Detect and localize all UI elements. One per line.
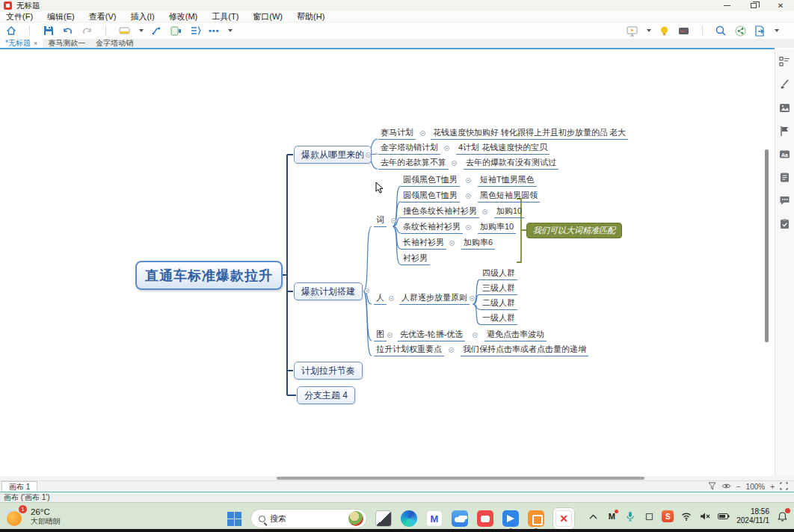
zoom-in-button[interactable]: +	[770, 483, 775, 491]
tray-sogou-icon[interactable]: S	[662, 510, 674, 522]
outline-brace-icon[interactable]	[189, 25, 202, 37]
taskbar-orange-app[interactable]	[527, 510, 545, 528]
tray-m-app[interactable]: M	[606, 510, 618, 522]
slideshow-icon[interactable]	[677, 25, 690, 37]
tab-close-icon[interactable]: ×	[34, 40, 37, 47]
vertical-scrollbar[interactable]	[765, 149, 769, 342]
collapse-dot[interactable]	[364, 288, 369, 294]
presentation-icon[interactable]	[626, 25, 638, 37]
notification-bell[interactable]	[776, 510, 788, 522]
collapse-dot[interactable]	[466, 194, 471, 199]
tray-snip-icon[interactable]	[643, 510, 655, 522]
menu-file[interactable]: 文件(F)	[6, 11, 33, 22]
collapse-dot[interactable]	[366, 152, 371, 158]
comment-icon[interactable]	[779, 194, 791, 206]
close-button[interactable]: ✕	[767, 0, 794, 11]
menu-tools[interactable]: 工具(T)	[212, 11, 238, 22]
collapse-dot[interactable]	[449, 347, 454, 353]
collapse-dot[interactable]	[473, 332, 478, 338]
tray-battery-icon[interactable]	[718, 510, 730, 522]
more-caret-icon[interactable]	[228, 29, 233, 32]
collapse-dot[interactable]	[391, 218, 396, 223]
callout-big-word-match[interactable]: 我们可以大词精准匹配	[526, 223, 622, 238]
menu-edit[interactable]: 编辑(E)	[47, 11, 75, 22]
doc-tab-untitled[interactable]: *无标题 ×	[0, 39, 43, 48]
node-shirt-5[interactable]: 长袖衬衫男	[401, 238, 446, 250]
collapse-dot[interactable]	[389, 296, 394, 301]
menu-modify[interactable]: 修改(M)	[169, 11, 198, 22]
idea-bulb-icon[interactable]	[658, 25, 671, 37]
node-last-year-tested[interactable]: 去年的爆款有没有测试过	[464, 158, 558, 170]
node-saima-plan[interactable]: 赛马计划	[378, 128, 416, 140]
node-shirt-4[interactable]: 条纹长袖衬衫男	[401, 222, 463, 234]
relationship-icon[interactable]	[150, 25, 163, 37]
overview-eye-icon[interactable]	[721, 483, 731, 491]
tray-wifi-icon[interactable]	[680, 510, 692, 522]
node-tshirt-1[interactable]: 圆领黑色T恤男	[401, 175, 460, 187]
font-icon[interactable]: Aa	[779, 148, 791, 160]
minimize-button[interactable]	[713, 0, 740, 11]
node-weight-points[interactable]: 拉升计划权重要点	[374, 344, 444, 356]
topic-branch-4[interactable]: 分支主题 4	[297, 386, 355, 404]
node-picture[interactable]: 图	[374, 330, 387, 341]
collapse-dot[interactable]	[600, 131, 605, 136]
node-people-principle[interactable]: 人群逐步放量原则	[399, 293, 470, 305]
search-highlight-avatar[interactable]	[348, 511, 363, 526]
node-laoda[interactable]: 老大	[607, 128, 628, 140]
node-people[interactable]: 人	[374, 293, 387, 305]
collapse-dot[interactable]	[466, 178, 471, 183]
share-icon[interactable]	[734, 25, 747, 37]
taskbar-file-explorer[interactable]	[375, 510, 393, 528]
fit-window-icon[interactable]	[780, 482, 788, 492]
flag-icon[interactable]	[779, 125, 791, 137]
presentation-caret-icon[interactable]	[647, 29, 651, 32]
node-shirt-3[interactable]: 撞色条纹长袖衬衫男	[401, 206, 479, 218]
topic-lift-rhythm[interactable]: 计划拉升节奏	[294, 362, 363, 380]
collapse-dot[interactable]	[444, 146, 449, 151]
node-crowd-l2[interactable]: 二级人群	[480, 298, 517, 310]
node-tshirt-1b[interactable]: 短袖T恤男黑色	[478, 175, 537, 187]
menu-insert[interactable]: 插入(I)	[130, 11, 154, 22]
zoom-out-button[interactable]: −	[736, 483, 741, 491]
mindmap-canvas[interactable]	[0, 49, 775, 476]
menu-view[interactable]: 查看(V)	[89, 11, 117, 22]
node-crowd-l1[interactable]: 一级人群	[480, 313, 517, 325]
topic-plan-build[interactable]: 爆款计划搭建	[294, 282, 363, 300]
clock[interactable]: 18:56 2024/11/1	[736, 507, 769, 525]
collapse-dot[interactable]	[466, 225, 471, 230]
collapse-dot[interactable]	[482, 209, 487, 214]
doc-tab-jinzita[interactable]: 金字塔动销	[90, 39, 138, 48]
central-topic[interactable]: 直通车标准爆款拉升	[135, 261, 283, 290]
node-tshirt-2[interactable]: 圆领黑色T恤男	[401, 191, 460, 202]
node-crowd-l3[interactable]: 三级人群	[480, 283, 517, 295]
node-shirt-3b[interactable]: 加购10	[494, 206, 524, 218]
note-icon[interactable]	[779, 171, 791, 183]
more-icon[interactable]: •••	[209, 26, 220, 35]
tray-volume-muted-icon[interactable]	[699, 510, 711, 522]
restore-button[interactable]	[740, 0, 767, 11]
topic-where-hot-from[interactable]: 爆款从哪里来的	[294, 146, 372, 164]
start-button[interactable]	[225, 510, 243, 528]
node-tshirt-2b[interactable]: 黑色短袖男圆领	[478, 191, 540, 202]
tray-microphone-icon[interactable]	[624, 510, 636, 522]
collapse-dot[interactable]	[452, 161, 457, 166]
taskbar-mindmap-app-active[interactable]: ✕	[553, 507, 575, 530]
menu-window[interactable]: 窗口(W)	[253, 11, 283, 22]
collapse-dot[interactable]	[449, 241, 455, 246]
node-avoid-ctr-wave[interactable]: 避免点击率波动	[484, 330, 547, 341]
node-last-year-old[interactable]: 去年的老款算不算	[378, 158, 449, 170]
summary-icon[interactable]	[170, 25, 182, 37]
redo-icon[interactable]	[81, 25, 93, 37]
export-caret-icon[interactable]	[775, 29, 779, 32]
taskbar-red-app[interactable]	[476, 510, 494, 528]
sheet-tab-canvas1[interactable]: 画布 1	[1, 481, 37, 492]
node-shirt-4b[interactable]: 加购率10	[478, 222, 516, 234]
taskbar-edge[interactable]	[400, 510, 418, 528]
home-icon[interactable]	[4, 25, 17, 37]
node-fast-spend[interactable]: 花钱速度快加购好 转化跟得上并且初步放量的品	[431, 128, 610, 140]
filter-icon[interactable]	[708, 482, 716, 492]
node-shirt-5b[interactable]: 加购率6	[461, 238, 495, 250]
node-4-plans[interactable]: 4计划 花钱速度快的宝贝	[456, 143, 550, 155]
node-crowd-l4[interactable]: 四级人群	[480, 268, 517, 280]
node-shirt-6[interactable]: 衬衫男	[401, 253, 430, 265]
